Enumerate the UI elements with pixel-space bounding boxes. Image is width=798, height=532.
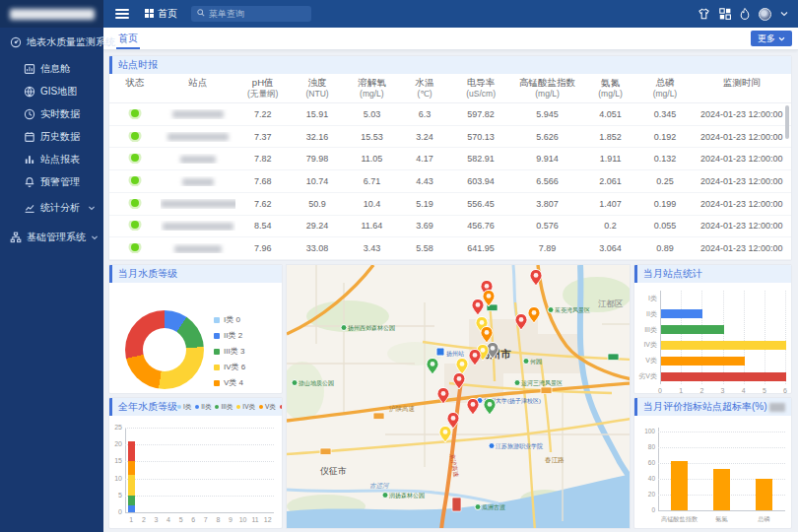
hbar[interactable] — [661, 372, 786, 381]
legend-item[interactable]: I类 — [177, 398, 191, 416]
sidebar-item[interactable]: 统计分析 — [0, 193, 103, 223]
legend-item[interactable]: IV类 6 — [214, 362, 251, 372]
legend-item[interactable]: V类 — [259, 398, 276, 416]
table-cell: 2024-01-23 12:00:00 — [693, 154, 791, 164]
table-cell: 7.96 — [235, 243, 290, 253]
chevron-down-icon — [91, 233, 99, 241]
sidebar-item[interactable]: GIS地图 — [0, 80, 103, 102]
x-tick: 3 — [150, 516, 162, 524]
stacked-bar-segment[interactable] — [128, 475, 135, 496]
sidebar-item[interactable]: 站点报表 — [0, 148, 103, 170]
hbar[interactable] — [661, 325, 724, 334]
status-dot-normal — [131, 154, 139, 162]
table-cell: 11.64 — [345, 221, 399, 231]
vbar[interactable] — [713, 469, 730, 510]
month-station-hbar-chart[interactable]: 0123456I类II类III类IV类V类劣V类 — [634, 283, 791, 393]
chevron-down-icon[interactable] — [780, 11, 788, 17]
more-button[interactable]: 更多 — [751, 31, 792, 46]
green-poi-icon — [514, 380, 520, 386]
legend-item[interactable]: I类 0 — [214, 314, 251, 325]
month-station-stats-panel: 当月站点统计 0123456I类II类III类IV类V类劣V类 — [633, 264, 792, 394]
table-cell: 0.345 — [637, 109, 692, 119]
legend-item[interactable]: II类 — [195, 398, 211, 416]
train-station-icon — [436, 348, 444, 356]
panel-title-month-station-stats: 当月站点统计 — [634, 265, 791, 283]
station-name-masked — [174, 245, 222, 253]
month-quality-donut-chart[interactable] — [125, 310, 204, 389]
green-poi-icon — [523, 359, 529, 365]
column-header: 浊度(NTU) — [290, 77, 344, 100]
annual-quality-stacked-chart[interactable]: 0510152025123456789101112 — [109, 416, 282, 528]
table-cell: 1.407 — [583, 199, 637, 209]
chevron-down-icon — [88, 204, 96, 212]
table-cell: 6.71 — [345, 176, 399, 186]
top-navbar: 首页 菜单查询 — [0, 0, 798, 28]
table-cell: 50.9 — [290, 199, 344, 209]
table-cell: 79.98 — [290, 154, 344, 164]
table-cell: 5.19 — [399, 199, 450, 209]
stacked-bar-segment[interactable] — [128, 496, 135, 505]
y-category: V类 — [634, 357, 657, 365]
sidebar-group[interactable]: 地表水质量监测系统 — [0, 28, 103, 57]
sidebar-item[interactable]: 信息舱 — [0, 57, 103, 80]
table-cell: 3.064 — [583, 243, 637, 253]
legend-item[interactable]: III类 — [215, 398, 233, 416]
legend-item[interactable]: IV类 — [236, 398, 255, 416]
flame-icon[interactable] — [740, 8, 750, 20]
table-cell: 0.25 — [637, 176, 692, 186]
table-cell: 641.95 — [450, 243, 511, 253]
table-cell: 603.94 — [450, 176, 511, 186]
x-tick: 10 — [237, 516, 249, 524]
status-dot-normal — [131, 176, 139, 184]
exceed-rate-bar-chart[interactable]: 020406080100高锰酸盐指数氨氮总磷 — [634, 416, 791, 528]
y-tick: 10 — [109, 475, 122, 483]
table-scrollbar[interactable] — [785, 105, 789, 139]
sidebar-item-label: 站点报表 — [40, 153, 80, 166]
legend-item[interactable]: 劣V类 — [280, 398, 283, 416]
table-cell: 0.576 — [511, 221, 583, 231]
stacked-bar-segment[interactable] — [128, 461, 135, 475]
x-tick: 12 — [262, 516, 274, 524]
y-tick: 20 — [634, 491, 655, 499]
table-cell: 597.82 — [450, 109, 511, 119]
y-tick: 60 — [634, 459, 655, 467]
table-cell: 0.2 — [583, 221, 637, 231]
y-tick: 100 — [634, 428, 655, 435]
sidebar-item[interactable]: 历史数据 — [0, 125, 103, 148]
stacked-bar-segment[interactable] — [128, 505, 135, 512]
x-tick: 6 — [187, 516, 199, 524]
y-tick: 5 — [109, 492, 122, 499]
y-tick: 40 — [634, 475, 655, 483]
hamburger-menu-icon[interactable] — [115, 9, 129, 19]
gis-map[interactable]: 扬州市仪征市江都区沪陕高速京沪高速古运河扬州站扬州西郊森林公园捺山地质公园何园运… — [286, 264, 631, 529]
legend-item[interactable]: V类 4 — [214, 377, 251, 388]
hbar[interactable] — [661, 341, 786, 350]
vbar[interactable] — [756, 479, 772, 510]
table-cell: 15.91 — [290, 109, 344, 119]
layout-grid-icon[interactable] — [719, 8, 731, 20]
sidebar-group[interactable]: 基础管理系统 — [0, 223, 103, 252]
table-cell: 29.24 — [290, 221, 344, 231]
hbar[interactable] — [661, 309, 702, 318]
sidebar-item[interactable]: 实时数据 — [0, 102, 103, 125]
table-row: 7.2215.915.036.3597.825.9454.0510.345202… — [109, 103, 791, 126]
table-row: 7.9633.083.435.58641.957.893.0640.892024… — [109, 237, 791, 260]
vbar[interactable] — [671, 461, 688, 510]
legend-item[interactable]: 劣V类 6 — [214, 393, 251, 394]
station-name-masked — [182, 178, 214, 186]
nav-home-link[interactable]: 首页 — [145, 7, 177, 21]
legend-item[interactable]: II类 2 — [214, 330, 251, 341]
table-cell: 1.852 — [583, 132, 637, 142]
user-avatar[interactable] — [759, 8, 771, 21]
masked-link[interactable] — [769, 403, 785, 412]
stacked-bar-segment[interactable] — [128, 441, 135, 462]
sidebar-item[interactable]: 预警管理 — [0, 170, 103, 193]
legend-item[interactable]: III类 3 — [214, 346, 251, 357]
theme-skin-icon[interactable] — [698, 8, 710, 20]
table-body: 7.2215.915.036.3597.825.9454.0510.345202… — [109, 103, 791, 260]
hbar[interactable] — [661, 357, 745, 366]
annual-quality-panel: 全年水质等级 I类 II类 III类 IV类 V类 劣V类 0510152025… — [108, 397, 283, 529]
table-header: 状态 站点 pH值(无量纲) 浊度(NTU) 溶解氧(mg/L) 水温(℃) 电… — [109, 74, 791, 103]
menu-search-input[interactable]: 菜单查询 — [191, 6, 311, 22]
station-name-masked — [180, 156, 216, 164]
